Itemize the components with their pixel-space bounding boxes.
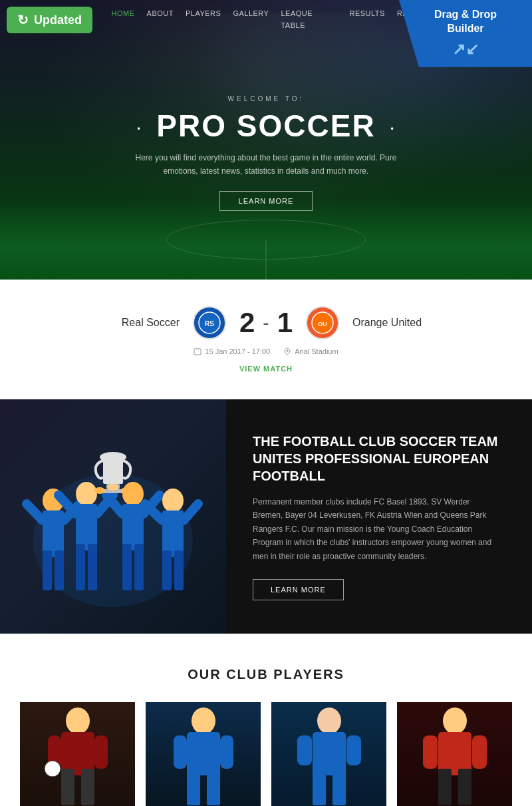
nav-item-players[interactable]: PLAYERS	[186, 7, 221, 31]
refresh-icon: ↻	[17, 12, 29, 28]
player-silhouette-1	[38, 702, 118, 806]
svg-point-15	[76, 482, 97, 506]
svg-point-38	[108, 484, 118, 491]
about-learn-more-button[interactable]: LEARN MORE	[253, 579, 344, 600]
player-card-2: Andy Collins Staff Coach He started coac…	[146, 702, 261, 806]
svg-point-34	[100, 452, 126, 463]
svg-point-47	[192, 707, 215, 734]
svg-rect-64	[472, 735, 487, 769]
hero-learn-more-button[interactable]: LEARN MORE	[219, 191, 313, 211]
home-team-name: Real Soccer	[100, 317, 180, 329]
svg-text:RS: RS	[205, 320, 214, 327]
svg-rect-56	[332, 769, 346, 805]
svg-text:OU: OU	[318, 321, 327, 327]
svg-rect-63	[423, 735, 438, 769]
away-score: 1	[277, 307, 293, 339]
svg-rect-43	[81, 769, 94, 805]
match-venue: Arial Stadium	[283, 347, 338, 355]
svg-point-7	[287, 350, 289, 352]
svg-point-27	[162, 489, 184, 512]
nav-item-results[interactable]: RESULTS	[350, 7, 385, 31]
about-content: THE FOOTBALL CLUB SOCCER TEAM UNITES PRO…	[226, 399, 532, 634]
hero-subtitle: Here you will find everything about the …	[133, 152, 399, 177]
nav-item-leaque[interactable]: LEAQUE TABLE	[281, 7, 337, 31]
player-card-3: Marilynn Smith Goalkeeper Marilynn posse…	[271, 702, 386, 806]
player-silhouette-2	[164, 702, 243, 806]
svg-rect-12	[55, 550, 64, 590]
about-image	[0, 399, 226, 634]
svg-rect-52	[220, 735, 233, 769]
score-separator: -	[263, 312, 269, 333]
svg-rect-30	[174, 550, 184, 590]
svg-point-39	[121, 487, 132, 494]
match-info: 15 Jan 2017 - 17:00 Arial Stadium	[194, 347, 338, 355]
svg-rect-18	[88, 544, 97, 590]
svg-point-37	[94, 487, 105, 494]
hero-dot-left: •	[137, 124, 141, 133]
svg-rect-57	[297, 735, 312, 765]
score-section: Real Soccer RS 2 - 1 OU Orange United	[0, 280, 532, 399]
svg-rect-29	[162, 550, 172, 590]
home-team-logo: RS	[193, 306, 226, 339]
svg-point-59	[443, 707, 467, 734]
score-display: 2 - 1	[239, 307, 293, 339]
about-section: THE FOOTBALL CLUB SOCCER TEAM UNITES PRO…	[0, 399, 532, 634]
player-card-1: Andrea Haywood Assistant coach He is an …	[20, 702, 135, 806]
hero-content: WELCOME TO: • PRO SOCCER • Here you will…	[132, 95, 400, 210]
svg-rect-4	[194, 349, 201, 355]
svg-point-40	[66, 707, 90, 734]
home-score: 2	[239, 307, 255, 339]
svg-rect-23	[122, 544, 132, 590]
updated-badge: ↻ Updated	[7, 7, 92, 33]
away-team-logo: OU	[306, 306, 339, 339]
dnd-arrow-icon: ↗↙	[410, 39, 521, 59]
players-section: OUR CLUB PLAYERS Andrea Hayw	[0, 634, 532, 806]
nav-item-gallery[interactable]: GALLERY	[233, 7, 269, 31]
svg-point-53	[317, 707, 341, 734]
svg-rect-55	[313, 769, 326, 805]
hero-title: • PRO SOCCER •	[132, 108, 400, 144]
svg-rect-50	[207, 769, 220, 805]
about-title: THE FOOTBALL CLUB SOCCER TEAM UNITES PRO…	[253, 433, 505, 485]
hero-dot-right: •	[390, 124, 394, 133]
svg-rect-17	[76, 544, 85, 590]
nav-item-about[interactable]: ABOUT	[147, 7, 174, 31]
svg-point-21	[122, 482, 144, 506]
svg-rect-51	[174, 735, 187, 769]
about-text: Permanent member clubs include FC Basel …	[253, 495, 492, 563]
nav-item-home[interactable]: HOME	[112, 7, 135, 31]
svg-rect-58	[346, 735, 361, 765]
svg-rect-45	[94, 735, 108, 769]
player-silhouette-4	[415, 702, 495, 806]
players-section-title: OUR CLUB PLAYERS	[20, 667, 512, 682]
away-team-name: Orange United	[352, 317, 432, 329]
score-row: Real Soccer RS 2 - 1 OU Orange United	[100, 306, 432, 339]
player-silhouette-3	[289, 702, 369, 806]
svg-rect-11	[43, 550, 52, 590]
dnd-badge: Drag & Drop Builder ↗↙	[399, 0, 532, 67]
player-photo-4	[397, 702, 512, 806]
view-match-link[interactable]: VIEW MATCH	[239, 365, 293, 373]
svg-rect-49	[187, 769, 200, 805]
players-trophy-illustration	[13, 447, 213, 634]
svg-rect-61	[438, 769, 452, 805]
hero-welcome-text: WELCOME TO:	[132, 95, 400, 102]
match-date: 15 Jan 2017 - 17:00	[194, 347, 270, 355]
players-grid: Andrea Haywood Assistant coach He is an …	[20, 702, 512, 806]
player-card-4: Louis Ellis Head coach Louis is a head c…	[397, 702, 512, 806]
svg-point-46	[45, 761, 61, 777]
svg-line-32	[184, 504, 198, 520]
player-photo-2	[146, 702, 261, 806]
svg-rect-62	[458, 769, 471, 805]
svg-rect-24	[134, 544, 144, 590]
svg-rect-42	[61, 769, 74, 805]
svg-line-13	[27, 504, 43, 520]
player-photo-1	[20, 702, 135, 806]
player-photo-3	[271, 702, 386, 806]
